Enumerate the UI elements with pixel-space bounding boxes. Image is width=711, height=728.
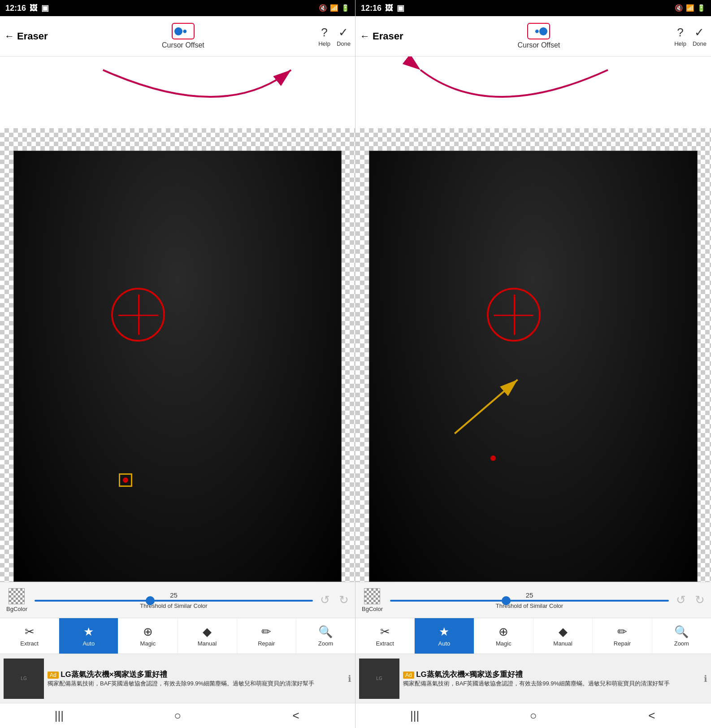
left-panel: 12:16 🖼 ▣ 🔇 📶 🔋 ← Eraser ● — [0, 0, 356, 703]
zoom-label-left: Zoom — [318, 640, 333, 647]
help-icon-right: ? — [677, 26, 683, 39]
cursor-offset-wrapper-left: ● Cursor Offset — [54, 23, 312, 49]
extract-label-left: Extract — [20, 640, 38, 647]
threshold-dot-right[interactable] — [502, 596, 511, 605]
auto-icon-left: ★ — [83, 625, 94, 639]
ad-title-right: LG蒸氣洗衣機×獨家送多重好禮 — [416, 670, 523, 679]
help-button-right[interactable]: ? Help — [674, 26, 686, 47]
zoom-tool-right[interactable]: 🔍 Zoom — [652, 618, 711, 654]
nav-back-left[interactable]: < — [282, 707, 309, 725]
nav-home-left[interactable]: ○ — [164, 707, 191, 725]
help-button-left[interactable]: ? Help — [318, 26, 330, 47]
canvas-area-left[interactable] — [0, 128, 355, 582]
magic-label-left: Magic — [140, 640, 156, 647]
bgcolor-box-right[interactable]: BgColor — [362, 588, 383, 612]
auto-tool-right[interactable]: ★ Auto — [415, 618, 474, 654]
repair-label-right: Repair — [614, 640, 631, 647]
nav-bar-left: ||| ○ < — [0, 703, 356, 728]
battery-icon-left: 🔋 — [341, 4, 350, 12]
ad-tag-right: Ad — [403, 672, 414, 679]
extract-tool-left[interactable]: ✂ Extract — [0, 618, 59, 654]
check-icon-right: ✓ — [694, 26, 704, 39]
threshold-track-right[interactable] — [390, 600, 669, 602]
extract-tool-right[interactable]: ✂ Extract — [356, 618, 415, 654]
repair-icon-right: ✏ — [617, 625, 627, 639]
magic-tool-left[interactable]: ⊕ Magic — [118, 618, 178, 654]
cursor-offset-box-right[interactable]: ● — [527, 23, 550, 39]
magic-tool-right[interactable]: ⊕ Magic — [474, 618, 533, 654]
cursor-offset-box-left[interactable]: ● — [172, 23, 195, 39]
mute-icon-left: 🔇 — [319, 4, 327, 12]
nav-home-right[interactable]: ○ — [520, 707, 546, 725]
help-label-right: Help — [674, 40, 686, 47]
nav-menu-right[interactable]: ||| — [401, 707, 428, 725]
threshold-track-left[interactable] — [35, 600, 313, 602]
threshold-num-right: 25 — [526, 591, 533, 599]
redo-button-left[interactable]: ↻ — [339, 593, 349, 607]
magic-icon-right: ⊕ — [499, 625, 508, 639]
canvas-area-right[interactable] — [356, 128, 711, 582]
manual-icon-left: ◆ — [203, 625, 212, 639]
image-container-right — [369, 151, 698, 582]
manual-icon-right: ◆ — [559, 625, 568, 639]
ad-info-right[interactable]: ℹ — [704, 673, 707, 684]
ad-info-left[interactable]: ℹ — [348, 673, 351, 684]
notif-icon-left: ▣ — [41, 3, 49, 13]
annotation-area-left — [0, 56, 355, 128]
manual-tool-left[interactable]: ◆ Manual — [178, 618, 237, 654]
time-right: 12:16 — [361, 4, 382, 13]
ad-banner-left[interactable]: LG Ad LG蒸氣洗衣機×獨家送多重好禮 獨家配備蒸氣技術，BAF英國過敏協會… — [0, 654, 355, 703]
cursor-offset-wrapper-right: ● Cursor Offset — [410, 23, 668, 49]
crosshair-v-left — [138, 295, 139, 335]
redo-button-right[interactable]: ↻ — [695, 593, 705, 607]
manual-tool-right[interactable]: ◆ Manual — [533, 618, 593, 654]
soldier-image-right — [369, 151, 698, 582]
zoom-icon-right: 🔍 — [674, 625, 689, 639]
notif-icon-right: ▣ — [397, 3, 404, 13]
cursor-dot-right-panel[interactable] — [539, 27, 547, 35]
nav-bar-right: ||| ○ < — [356, 703, 711, 728]
bgcolor-label-left: BgColor — [6, 606, 27, 612]
auto-icon-right: ★ — [439, 625, 449, 639]
undo-button-left[interactable]: ↺ — [320, 593, 330, 607]
zoom-icon-left: 🔍 — [318, 625, 333, 639]
cursor-dot-left-panel[interactable] — [174, 27, 182, 35]
ad-image-left: LG — [4, 659, 44, 699]
nav-back-right[interactable]: < — [638, 707, 665, 725]
arrow-svg-left — [0, 56, 355, 128]
done-button-right[interactable]: ✓ Done — [693, 26, 707, 47]
ad-content-right: Ad LG蒸氣洗衣機×獨家送多重好禮 獨家配備蒸氣技術，BAF英國過敏協會認證，… — [403, 669, 700, 688]
repair-tool-left[interactable]: ✏ Repair — [237, 618, 296, 654]
svg-line-3 — [455, 380, 517, 433]
bgcolor-label-right: BgColor — [362, 606, 383, 612]
mute-icon-right: 🔇 — [675, 4, 683, 12]
ad-banner-right[interactable]: LG Ad LG蒸氣洗衣機×獨家送多重好禮 獨家配備蒸氣技術，BAF英國過敏協會… — [356, 654, 711, 703]
threshold-dot-left[interactable] — [146, 596, 155, 605]
threshold-wrapper-left: 25 Threshold of Similar Color — [35, 591, 313, 609]
ad-tag-left: Ad — [48, 672, 59, 679]
battery-icon-right: 🔋 — [697, 4, 706, 12]
nav-menu-left[interactable]: ||| — [46, 707, 73, 725]
auto-tool-left[interactable]: ★ Auto — [59, 618, 118, 654]
auto-label-left: Auto — [82, 640, 95, 647]
bgcolor-box-left[interactable]: BgColor — [6, 588, 27, 612]
undo-button-right[interactable]: ↺ — [676, 593, 686, 607]
cursor-label-left: Cursor Offset — [162, 41, 204, 49]
extract-icon-right: ✂ — [380, 625, 390, 639]
done-button-left[interactable]: ✓ Done — [337, 26, 351, 47]
check-icon-left: ✓ — [338, 26, 348, 39]
crosshair-v-right — [514, 295, 515, 335]
threshold-num-left: 25 — [170, 591, 178, 599]
ad-desc-left: 獨家配備蒸氣技術，BAF英國過敏協會認證，有效去除99.9%細菌塵蟎。過敏兒和萌… — [48, 680, 344, 688]
tools-row-left: ✂ Extract ★ Auto ⊕ Magic ◆ Manual ✏ Repa… — [0, 618, 355, 654]
toolbar-right: ← Eraser ● Cursor Offset ? Help ✓ Done — [356, 16, 711, 56]
back-button-left[interactable]: ← Eraser — [4, 30, 48, 42]
eraser-title-left: Eraser — [17, 30, 48, 42]
back-button-right[interactable]: ← Eraser — [360, 30, 403, 42]
extract-label-right: Extract — [376, 640, 394, 647]
extract-icon-left: ✂ — [25, 625, 35, 639]
ad-title-left: LG蒸氣洗衣機×獨家送多重好禮 — [61, 670, 167, 679]
repair-tool-right[interactable]: ✏ Repair — [593, 618, 652, 654]
tools-row-right: ✂ Extract ★ Auto ⊕ Magic ◆ Manual ✏ Repa… — [356, 618, 711, 654]
zoom-tool-left[interactable]: 🔍 Zoom — [296, 618, 355, 654]
